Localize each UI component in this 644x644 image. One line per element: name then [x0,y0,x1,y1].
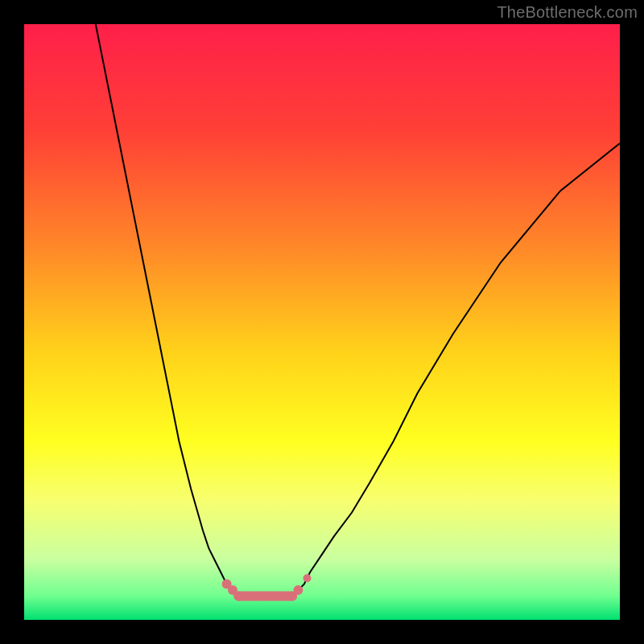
chart-svg [24,24,620,620]
series-point [303,574,312,582]
series-point [233,591,243,601]
chart-frame: TheBottleneck.com [0,0,644,644]
watermark-text: TheBottleneck.com [497,3,638,22]
plot-area [24,24,620,620]
series-point [293,585,303,595]
